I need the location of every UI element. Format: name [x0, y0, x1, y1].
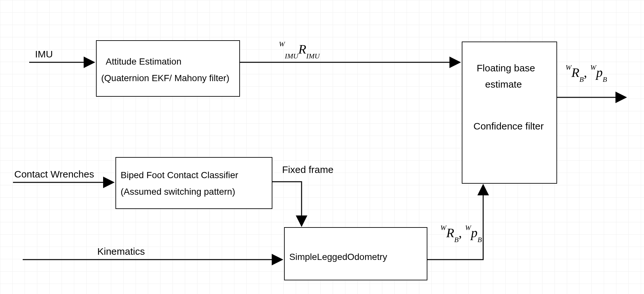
block-contact-classifier: Biped Foot Contact Classifier (Assumed s… — [115, 157, 272, 209]
input-label-kinematics: Kinematics — [97, 246, 145, 257]
arrow-odometry-to-floating — [427, 185, 483, 260]
input-label-contact-wrenches: Contact Wrenches — [14, 169, 94, 180]
input-label-imu: IMU — [35, 49, 53, 60]
block-floating-line1: Floating base — [477, 61, 549, 75]
block-odometry-line1: SimpleLeggedOdometry — [289, 251, 422, 264]
block-floating-base: Floating base estimate Confidence filter — [462, 42, 557, 184]
block-attitude-estimation: Attitude Estimation (Quaternion EKF/ Mah… — [96, 40, 240, 97]
math-wimu-r-imu: WIMURIMU — [279, 42, 320, 58]
block-attitude-line1: Attitude Estimation — [106, 55, 235, 68]
block-floating-line3: Confidence filter — [473, 119, 549, 133]
block-floating-line2: estimate — [485, 77, 549, 92]
block-attitude-line2: (Quaternion EKF/ Mahony filter) — [101, 72, 235, 85]
diagram-canvas: IMU Contact Wrenches Kinematics Attitude… — [0, 0, 644, 294]
arrow-classifier-to-odometry — [272, 182, 302, 226]
block-classifier-line1: Biped Foot Contact Classifier — [121, 169, 267, 182]
block-classifier-line2: (Assumed switching pattern) — [121, 185, 267, 199]
edge-label-fixed-frame: Fixed frame — [282, 164, 333, 175]
math-wrb-wpb-output: WRB, WpB — [566, 65, 607, 82]
block-odometry: SimpleLeggedOdometry — [284, 227, 427, 280]
math-wrb-wpb-mid: WRB, WpB — [440, 225, 482, 242]
